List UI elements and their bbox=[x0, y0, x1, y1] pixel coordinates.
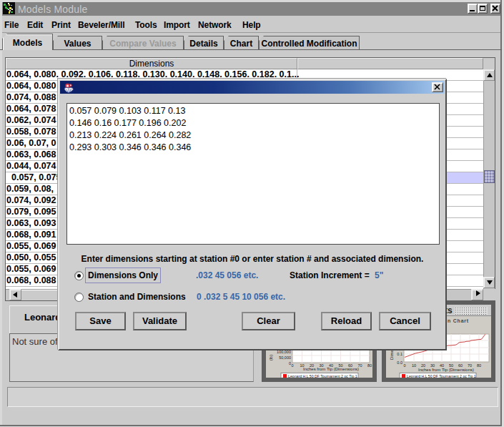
svg-text:Inches from Tip (Dimensions): Inches from Tip (Dimensions) bbox=[303, 367, 359, 371]
svg-text:Leonard H.L 50 DF Tournament 2: Leonard H.L 50 DF Tournament 2 pc Tip 1 bbox=[407, 374, 476, 378]
svg-text:0: 0 bbox=[291, 363, 293, 368]
svg-text:(lb): (lb) bbox=[269, 355, 273, 360]
svg-text:60: 60 bbox=[458, 363, 463, 368]
svg-text:50: 50 bbox=[449, 363, 453, 368]
svg-text:Inches from Tip (Dimensions): Inches from Tip (Dimensions) bbox=[418, 368, 474, 372]
svg-text:20: 20 bbox=[421, 363, 425, 368]
svg-text:0.0: 0.0 bbox=[397, 360, 402, 365]
svg-text:0: 0 bbox=[403, 363, 405, 368]
svg-text:40: 40 bbox=[440, 363, 444, 368]
svg-text:0.1: 0.1 bbox=[397, 352, 402, 356]
svg-text:Leonard H.L 50 DF Tournament 2: Leonard H.L 50 DF Tournament 2 pc Tip 1 bbox=[288, 374, 357, 378]
svg-text:50,000: 50,000 bbox=[279, 355, 291, 360]
svg-text:30: 30 bbox=[430, 363, 435, 368]
svg-text:80: 80 bbox=[477, 363, 481, 368]
svg-text:70: 70 bbox=[468, 363, 472, 368]
svg-text:10: 10 bbox=[412, 363, 416, 368]
svg-text:80: 80 bbox=[367, 363, 372, 368]
